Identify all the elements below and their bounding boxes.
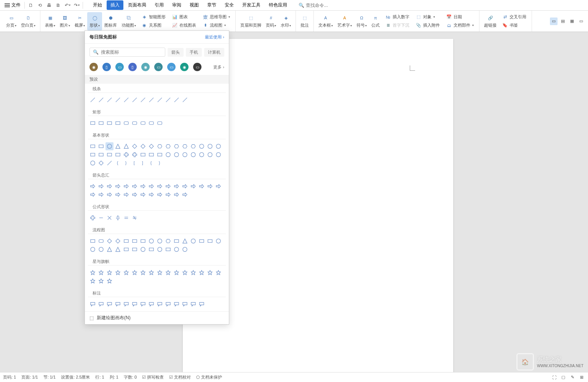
status-section[interactable]: 节: 1/1 — [43, 374, 56, 380]
mindmap-button[interactable]: 🕸思维导图▾ — [201, 13, 232, 21]
print-preview-icon[interactable]: ⟲ — [37, 2, 43, 8]
shape-item[interactable] — [122, 191, 130, 199]
shape-item[interactable] — [173, 182, 181, 190]
shapes-button[interactable]: ◯形状▾ — [87, 12, 102, 30]
shape-item[interactable] — [181, 182, 189, 190]
shape-item[interactable] — [89, 96, 97, 104]
shape-item[interactable] — [147, 142, 155, 150]
shape-item[interactable] — [122, 151, 130, 159]
shape-item[interactable] — [181, 191, 189, 199]
shape-item[interactable] — [131, 96, 139, 104]
shape-item[interactable] — [139, 245, 147, 253]
shape-item[interactable] — [97, 277, 105, 285]
shape-item[interactable] — [214, 237, 222, 245]
shape-item[interactable] — [105, 269, 113, 277]
shape-item[interactable] — [105, 191, 113, 199]
shape-item[interactable] — [131, 142, 139, 150]
shape-item[interactable] — [114, 269, 122, 277]
shape-item[interactable] — [139, 142, 147, 150]
tab-review[interactable]: 审阅 — [168, 0, 185, 10]
wordart-button[interactable]: A艺术字▾ — [335, 12, 354, 30]
shape-item[interactable] — [114, 214, 122, 222]
shape-item[interactable] — [206, 151, 214, 159]
featured-icon[interactable]: ◉ — [141, 63, 150, 71]
textbox-button[interactable]: A文本框▾ — [316, 12, 335, 30]
shape-item[interactable] — [214, 269, 222, 277]
bookmark-button[interactable]: 🔖书签 — [500, 22, 528, 29]
shape-item[interactable] — [206, 269, 214, 277]
insertnum-button[interactable]: №插入数字 — [383, 13, 411, 21]
shape-item[interactable] — [105, 245, 113, 253]
headerfooter-button[interactable]: ⬚页眉和页脚 — [238, 12, 264, 30]
shape-item[interactable] — [189, 300, 197, 308]
shape-item[interactable] — [164, 300, 172, 308]
status-pagenum[interactable]: 页码: 1 — [3, 374, 16, 380]
zoom-icon[interactable]: ⊞ — [578, 374, 585, 381]
shape-item[interactable] — [122, 214, 130, 222]
featured-icon[interactable]: ◉ — [180, 63, 189, 71]
shape-item[interactable] — [198, 151, 206, 159]
status-col[interactable]: 列: 1 — [110, 374, 118, 380]
shape-item[interactable] — [89, 151, 97, 159]
shape-item[interactable] — [173, 300, 181, 308]
featured-icon[interactable]: ▭ — [115, 63, 124, 71]
shape-item[interactable] — [164, 237, 172, 245]
shape-item[interactable] — [139, 191, 147, 199]
shape-item[interactable] — [206, 142, 214, 150]
shape-item[interactable] — [114, 142, 122, 150]
tab-reference[interactable]: 引用 — [151, 0, 168, 10]
shape-item[interactable] — [147, 96, 155, 104]
shape-item[interactable]: { — [147, 159, 155, 167]
shape-item[interactable] — [214, 182, 222, 190]
new-canvas-button[interactable]: ⬚ 新建绘图画布(N) — [85, 311, 229, 324]
shape-item[interactable] — [105, 300, 113, 308]
shape-item[interactable] — [89, 245, 97, 253]
shape-item[interactable] — [105, 142, 113, 150]
shape-item[interactable] — [97, 119, 105, 127]
shape-item[interactable] — [189, 269, 197, 277]
attachment-button[interactable]: 📎插入附件 — [414, 22, 441, 29]
shape-item[interactable] — [122, 142, 130, 150]
shape-item[interactable] — [139, 151, 147, 159]
tab-home[interactable]: 开始 — [89, 0, 106, 10]
shape-item[interactable] — [139, 96, 147, 104]
view-outline-icon[interactable]: ▤ — [559, 18, 567, 25]
shape-item[interactable]: ] — [139, 159, 147, 167]
shape-item[interactable] — [173, 237, 181, 245]
relation-button[interactable]: ◉关系图 — [140, 22, 167, 29]
shape-item[interactable] — [156, 245, 164, 253]
shape-item[interactable] — [97, 96, 105, 104]
shape-item[interactable] — [122, 119, 130, 127]
shape-item[interactable] — [89, 182, 97, 190]
shape-item[interactable] — [173, 96, 181, 104]
blankpage-button[interactable]: 🗋空白页▾ — [19, 12, 38, 30]
shape-item[interactable] — [181, 151, 189, 159]
shape-item[interactable] — [181, 96, 189, 104]
shape-item[interactable] — [105, 119, 113, 127]
redo-icon[interactable]: ↷▾ — [74, 2, 80, 8]
shape-item[interactable] — [122, 182, 130, 190]
shape-item[interactable] — [198, 237, 206, 245]
shape-item[interactable] — [139, 300, 147, 308]
shape-item[interactable] — [97, 191, 105, 199]
shape-item[interactable] — [97, 142, 105, 150]
shape-item[interactable] — [206, 237, 214, 245]
status-setval[interactable]: 设置值: 2.5厘米 — [61, 374, 90, 380]
pagenum-button[interactable]: #页码▾ — [264, 12, 278, 30]
print-icon[interactable]: 🖶 — [46, 2, 52, 8]
shape-item[interactable] — [139, 237, 147, 245]
shape-item[interactable] — [156, 191, 164, 199]
shape-item[interactable] — [131, 214, 139, 222]
command-search-input[interactable] — [306, 3, 336, 8]
shape-item[interactable] — [97, 300, 105, 308]
shape-item[interactable] — [114, 96, 122, 104]
tab-section[interactable]: 章节 — [203, 0, 220, 10]
shape-item[interactable] — [114, 151, 122, 159]
symbol-button[interactable]: Ω符号▾ — [354, 12, 369, 30]
shape-item[interactable] — [105, 151, 113, 159]
shape-item[interactable] — [114, 237, 122, 245]
funcchart-button[interactable]: ⿻功能图▾ — [119, 12, 138, 30]
screenshot-button[interactable]: ✂截屏▾ — [72, 12, 87, 30]
docparts-button[interactable]: 🗂文档部件▾ — [444, 22, 475, 29]
tab-insert[interactable]: 插入 — [107, 0, 123, 10]
